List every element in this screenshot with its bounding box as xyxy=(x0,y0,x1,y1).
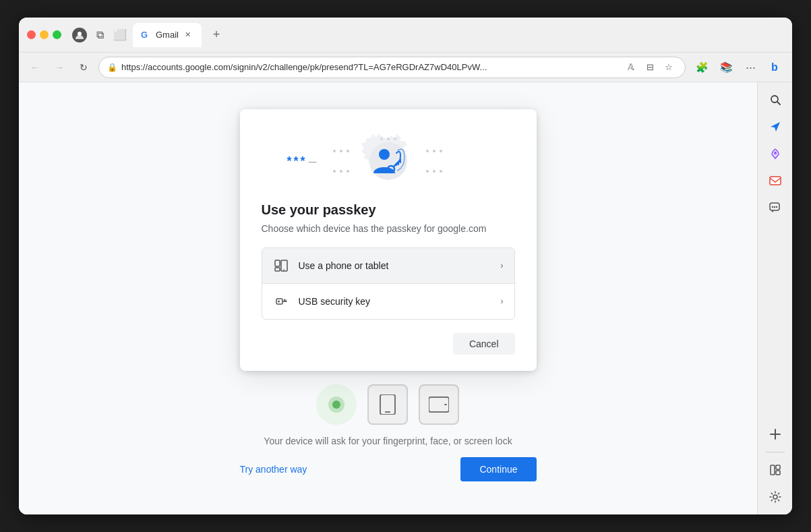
cancel-button[interactable]: Cancel xyxy=(453,333,515,355)
gmail-tab[interactable]: G Gmail ✕ xyxy=(133,23,202,47)
bing-icon[interactable]: b xyxy=(764,57,785,78)
usb-key-arrow: › xyxy=(501,297,504,306)
main-content: *** — Use your passkey Choose which devi… xyxy=(19,82,757,514)
toolbar: 🧩 📚 ⋯ b xyxy=(691,57,785,78)
extensions-icon[interactable]: 🧩 xyxy=(691,57,713,78)
svg-point-10 xyxy=(426,170,429,173)
phone-tablet-arrow: › xyxy=(501,261,504,270)
card-body: Use your passkey Choose which device has… xyxy=(240,202,537,371)
card-title: Use your passkey xyxy=(262,202,515,218)
chat-sidebar-icon[interactable] xyxy=(763,196,787,220)
svg-point-17 xyxy=(379,149,390,160)
svg-point-7 xyxy=(426,150,429,152)
svg-point-32 xyxy=(332,401,340,409)
bottom-actions: Try another way Continue xyxy=(240,457,537,481)
passkey-person-icon xyxy=(371,144,406,179)
rocket-sidebar-icon[interactable] xyxy=(763,142,787,166)
svg-point-9 xyxy=(440,150,442,152)
svg-point-44 xyxy=(775,206,777,208)
tablet-device-icon xyxy=(419,384,459,425)
tab-label: Gmail xyxy=(156,30,179,40)
background-content: Your device will ask for your fingerprin… xyxy=(264,384,512,446)
sidebar-divider xyxy=(766,452,785,452)
svg-point-50 xyxy=(773,495,777,499)
option-list: Use a phone or tablet › xyxy=(262,247,515,320)
gmail-sidebar-icon[interactable] xyxy=(763,169,787,193)
svg-rect-48 xyxy=(776,465,780,469)
layout-sidebar-icon[interactable] xyxy=(763,458,787,482)
close-button[interactable] xyxy=(27,30,36,39)
svg-rect-22 xyxy=(275,260,280,266)
refresh-button[interactable]: ↻ xyxy=(74,58,93,77)
card-illustration: *** — xyxy=(240,109,537,202)
browser-window: ⧉ ⬜ G Gmail ✕ + ← → ↻ 🔒 https://accounts… xyxy=(19,18,792,514)
password-dots: *** — xyxy=(287,154,317,169)
add-sidebar-icon[interactable] xyxy=(763,422,787,446)
svg-point-8 xyxy=(433,150,435,152)
right-sidebar xyxy=(757,82,792,514)
g-logo: G xyxy=(141,30,152,40)
phone-tablet-icon xyxy=(273,258,289,274)
more-tools-icon[interactable]: ⋯ xyxy=(740,57,761,78)
svg-rect-49 xyxy=(776,471,780,475)
minimize-button[interactable] xyxy=(40,30,49,39)
bookmark-icon[interactable]: ☆ xyxy=(661,59,677,76)
svg-line-38 xyxy=(777,102,780,105)
svg-point-39 xyxy=(774,152,777,154)
svg-point-6 xyxy=(347,170,349,173)
split-view-icon[interactable]: ⊟ xyxy=(642,59,658,76)
svg-point-5 xyxy=(340,170,342,173)
svg-point-1 xyxy=(333,150,336,152)
back-button[interactable]: ← xyxy=(26,58,44,77)
tab-close-button[interactable]: ✕ xyxy=(183,30,193,40)
traffic-lights xyxy=(27,30,61,39)
phone-device-icon xyxy=(367,384,408,425)
address-bar[interactable]: 🔒 https://accounts.google.com/signin/v2/… xyxy=(98,57,686,78)
title-bar: ⧉ ⬜ G Gmail ✕ + xyxy=(19,18,792,53)
copy-icon[interactable]: ⧉ xyxy=(92,28,107,42)
address-bar-row: ← → ↻ 🔒 https://accounts.google.com/sign… xyxy=(19,53,792,82)
phone-tablet-option[interactable]: Use a phone or tablet › xyxy=(262,248,514,284)
url-text: https://accounts.google.com/signin/v2/ch… xyxy=(121,62,619,72)
usb-key-icon xyxy=(273,293,289,309)
maximize-button[interactable] xyxy=(53,30,61,39)
card-subtitle: Choose which device has the passkey for … xyxy=(262,223,515,234)
phone-tablet-label: Use a phone or tablet xyxy=(299,260,491,271)
new-tab-icon[interactable]: ⬜ xyxy=(113,28,127,42)
svg-point-12 xyxy=(440,170,442,173)
usb-key-option[interactable]: USB security key › xyxy=(262,284,514,319)
card-actions: Cancel xyxy=(262,333,515,355)
send-sidebar-icon[interactable] xyxy=(763,115,787,139)
passkey-icon-area: *** — xyxy=(321,131,456,191)
svg-point-11 xyxy=(433,170,435,173)
fingerprint-device-icon xyxy=(316,384,357,425)
lock-icon: 🔒 xyxy=(107,63,117,72)
svg-point-2 xyxy=(340,150,342,152)
svg-rect-47 xyxy=(771,465,775,475)
continue-button[interactable]: Continue xyxy=(460,457,536,481)
svg-point-43 xyxy=(773,206,775,208)
new-tab-button[interactable]: + xyxy=(207,26,226,45)
search-sidebar-icon[interactable] xyxy=(763,88,787,112)
content-area: *** — Use your passkey Choose which devi… xyxy=(19,82,792,514)
try-another-link[interactable]: Try another way xyxy=(240,464,307,475)
device-icons-row xyxy=(316,384,459,425)
settings-sidebar-icon[interactable] xyxy=(763,485,787,509)
device-text: Your device will ask for your fingerprin… xyxy=(264,436,512,446)
profile-icon[interactable] xyxy=(72,28,87,42)
svg-point-30 xyxy=(278,301,280,303)
forward-button[interactable]: → xyxy=(50,58,69,77)
svg-rect-23 xyxy=(275,268,280,271)
svg-rect-40 xyxy=(770,177,781,185)
passkey-modal: *** — Use your passkey Choose which devi… xyxy=(240,109,537,371)
svg-point-3 xyxy=(347,150,349,152)
svg-point-4 xyxy=(333,170,336,173)
svg-point-42 xyxy=(771,206,773,208)
favorites-icon[interactable]: 📚 xyxy=(715,57,737,78)
usb-key-label: USB security key xyxy=(299,296,491,307)
read-aloud-icon[interactable]: 𝔸 xyxy=(623,59,639,76)
